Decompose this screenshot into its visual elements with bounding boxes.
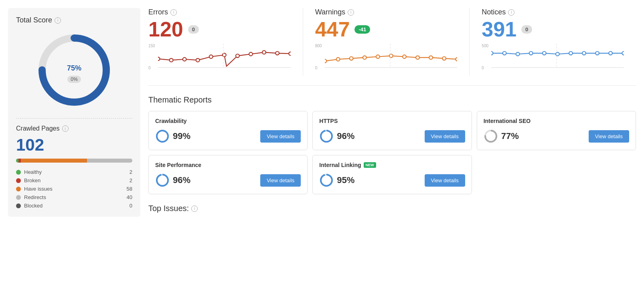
- warnings-info-icon[interactable]: i: [348, 9, 354, 16]
- svg-point-9: [236, 54, 239, 58]
- count-redirects: 40: [127, 194, 132, 200]
- svg-point-35: [569, 52, 573, 55]
- internal-linking-title: Internal Linking NEW: [319, 162, 465, 168]
- svg-point-39: [622, 52, 624, 55]
- svg-point-11: [262, 50, 266, 54]
- internal-linking-view-details-btn[interactable]: View details: [425, 174, 465, 187]
- donut-chart: 75% 0%: [34, 30, 114, 110]
- svg-point-19: [363, 56, 366, 59]
- svg-point-31: [516, 52, 520, 56]
- label-redirects: Redirects: [24, 194, 46, 200]
- notices-chart: 500 0: [482, 44, 624, 76]
- errors-badge: 0: [188, 25, 199, 34]
- segment-issues: [21, 159, 87, 163]
- notices-badge: 0: [521, 25, 532, 34]
- internal-linking-donut: [319, 173, 334, 187]
- svg-point-32: [529, 52, 533, 55]
- international-seo-view-details-btn[interactable]: View details: [589, 130, 629, 143]
- crawled-count: 102: [16, 135, 132, 155]
- https-donut: [319, 129, 334, 143]
- divider: [16, 118, 132, 119]
- crawlability-donut: [155, 129, 170, 143]
- svg-point-37: [595, 52, 599, 55]
- legend-item-redirects: Redirects 40: [16, 194, 132, 200]
- notices-info-icon[interactable]: i: [508, 9, 514, 16]
- legend-item-blocked: Blocked 0: [16, 203, 132, 209]
- warnings-label: Warnings i: [315, 8, 458, 16]
- svg-point-30: [503, 52, 506, 55]
- top-issues-label: Top Issues:: [148, 204, 189, 213]
- label-broken: Broken: [24, 177, 41, 183]
- donut-percent: 75%: [67, 57, 81, 74]
- international-seo-title: International SEO: [484, 118, 629, 124]
- svg-point-16: [325, 59, 326, 63]
- thematic-reports-title: Thematic Reports: [148, 95, 636, 105]
- legend-item-issues: Have issues 58: [16, 186, 132, 192]
- notices-y-bottom: 0: [482, 66, 484, 70]
- svg-point-13: [289, 52, 290, 56]
- https-view-details-btn[interactable]: View details: [425, 130, 465, 143]
- crawled-pages-title: Crawled Pages i: [16, 125, 132, 132]
- svg-point-44: [321, 131, 332, 142]
- svg-point-20: [376, 55, 380, 58]
- metrics-row: Errors i 120 0 150 0: [148, 8, 636, 86]
- reports-grid: Crawlability 99% View details: [148, 111, 636, 194]
- label-blocked: Blocked: [24, 203, 43, 209]
- count-blocked: 0: [130, 203, 132, 209]
- notices-label: Notices i: [482, 8, 624, 16]
- warnings-svg: [325, 44, 458, 70]
- top-issues-info-icon[interactable]: i: [191, 205, 198, 212]
- dot-redirects: [16, 195, 21, 200]
- warnings-y-bottom: 0: [315, 66, 318, 70]
- total-score-label: Total Score: [16, 16, 52, 24]
- notices-value-row: 391 0: [482, 19, 624, 40]
- site-performance-view-details-btn[interactable]: View details: [260, 174, 301, 187]
- warnings-number: 447: [315, 19, 350, 40]
- report-card-site-performance: Site Performance 96% View details: [148, 155, 308, 194]
- label-issues: Have issues: [24, 186, 53, 192]
- svg-point-10: [249, 52, 253, 56]
- site-performance-title: Site Performance: [155, 162, 301, 168]
- site-performance-donut: [155, 173, 170, 187]
- internal-linking-percent: 95%: [319, 173, 354, 187]
- segment-redirects: [87, 159, 132, 163]
- errors-svg: [158, 44, 291, 70]
- svg-point-48: [157, 175, 168, 186]
- crawlability-view-details-btn[interactable]: View details: [260, 130, 301, 143]
- svg-point-8: [223, 53, 226, 57]
- warnings-badge: -41: [354, 25, 370, 34]
- legend-item-healthy: Healthy 2: [16, 169, 132, 175]
- right-panel: Errors i 120 0 150 0: [148, 8, 636, 217]
- svg-point-24: [429, 56, 433, 59]
- svg-point-36: [582, 52, 586, 55]
- legend-item-broken: Broken 2: [16, 177, 132, 183]
- svg-point-18: [349, 57, 353, 60]
- svg-point-26: [456, 58, 457, 61]
- report-card-crawlability: Crawlability 99% View details: [148, 111, 308, 150]
- svg-point-50: [321, 175, 332, 186]
- notices-y-top: 500: [482, 44, 488, 48]
- errors-chart: 150 0: [148, 44, 291, 76]
- errors-block: Errors i 120 0 150 0: [148, 8, 303, 76]
- total-score-info-icon[interactable]: i: [55, 17, 61, 24]
- svg-point-25: [442, 57, 446, 60]
- warnings-y-top: 800: [315, 44, 322, 48]
- svg-point-29: [491, 52, 493, 55]
- warnings-value-row: 447 -41: [315, 19, 458, 40]
- dot-healthy: [16, 170, 21, 175]
- errors-info-icon[interactable]: i: [170, 9, 177, 16]
- report-card-https: HTTPS 96% View details: [312, 111, 472, 150]
- svg-point-33: [543, 52, 546, 55]
- count-broken: 2: [130, 177, 132, 183]
- donut-center: 75% 0%: [67, 57, 81, 83]
- report-card-internal-linking: Internal Linking NEW 95% View details: [312, 155, 472, 194]
- international-seo-donut: [484, 129, 498, 143]
- warnings-chart: 800 0: [315, 44, 458, 76]
- notices-svg: [491, 44, 624, 70]
- left-panel: Total Score i 75% 0% Crawled Pages i 102: [8, 8, 140, 217]
- notices-number: 391: [482, 19, 516, 40]
- svg-point-6: [196, 58, 200, 62]
- https-title: HTTPS: [319, 118, 465, 124]
- crawled-pages-info-icon[interactable]: i: [62, 125, 69, 132]
- dot-issues: [16, 187, 21, 191]
